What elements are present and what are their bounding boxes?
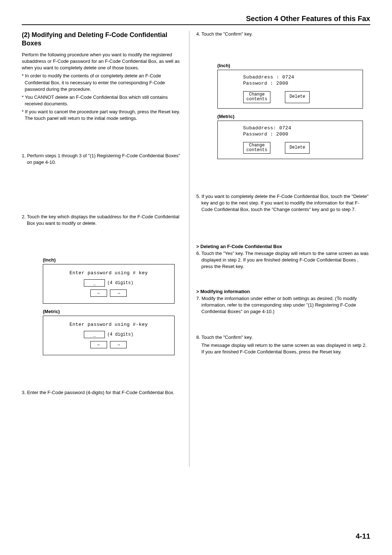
arrow-right-icon: →: [117, 342, 120, 348]
step-4: 4. Touch the "Confirm" key.: [196, 31, 370, 37]
step-6: 6. Touch the "Yes" key. The message disp…: [196, 250, 370, 270]
password-input[interactable]: _: [84, 279, 105, 287]
deleting-subhead: > Deleting an F-Code Confidential Box: [196, 244, 370, 249]
left-column: (2) Modifying and Deleting F-Code Confid…: [22, 31, 189, 398]
metric-label-right: (Metric): [196, 114, 370, 119]
inch-label-right: (Inch): [196, 63, 370, 68]
step-8: 8. Touch the "Confirm" key.: [196, 334, 370, 341]
arrow-right-icon: →: [117, 291, 120, 296]
arrow-right-button[interactable]: →: [110, 289, 127, 297]
step-7: 7. Modify the imformation under either o…: [196, 295, 370, 315]
digits-hint: (4 digits): [107, 332, 133, 337]
step-5: 5. If you want to completely delete the …: [196, 193, 370, 213]
arrow-button-row: ← →: [50, 341, 167, 348]
arrow-button-row: ← →: [50, 289, 167, 297]
inch-label: (Inch): [22, 257, 182, 263]
delete-button[interactable]: Delete: [285, 91, 310, 103]
step-3: 3. Enter the F-Code password (4-digits) …: [22, 389, 182, 396]
action-button-row: Changecontents Delete: [243, 91, 355, 103]
step-1: 1. Perform steps 1 through 3 of "(1) Reg…: [22, 153, 182, 166]
note-1: * In order to modify the contents of or …: [22, 73, 182, 93]
digit-input-row: _ (4 digits): [50, 331, 167, 338]
change-contents-button[interactable]: Changecontents: [243, 142, 271, 154]
column-divider: [189, 31, 189, 467]
arrow-left-icon: ←: [97, 291, 100, 296]
metric-screen-password: Enter password using #-key _ (4 digits) …: [43, 316, 175, 355]
change-contents-button[interactable]: Changecontents: [243, 91, 271, 103]
subaddress-line: Subaddress: 0724: [243, 125, 355, 131]
action-button-row: Changecontents Delete: [243, 142, 355, 154]
metric-prompt: Enter password using #-key: [50, 322, 167, 327]
note-2: * You CANNOT delete an F-Code Confidenti…: [22, 94, 182, 107]
digit-input-row: _ (4 digits): [50, 279, 167, 287]
header-title: Section 4 Other Features of this Fax: [22, 15, 370, 23]
inch-screen-password: Enter password using # key _ (4 digits) …: [43, 264, 175, 304]
modifying-subhead: > Modifying information: [196, 289, 370, 294]
subaddress-line: Subaddress : 0724: [243, 74, 355, 80]
right-column: 4. Touch the "Confirm" key. (Inch) Subad…: [189, 31, 370, 398]
page-number: 4-11: [356, 532, 370, 540]
delete-button[interactable]: Delete: [285, 142, 310, 154]
inch-prompt: Enter password using # key: [50, 270, 167, 276]
arrow-left-button[interactable]: ←: [90, 289, 107, 297]
intro-text: Perform the following procedure when you…: [22, 52, 182, 72]
password-input[interactable]: _: [84, 331, 105, 338]
note-3: * If you want to cancel the procedure pa…: [22, 109, 182, 122]
page-header: Section 4 Other Features of this Fax: [22, 15, 370, 25]
arrow-left-button[interactable]: ←: [90, 341, 107, 348]
password-line: Password : 2000: [243, 81, 355, 86]
step-2: 2. Touch the key which displays the suba…: [22, 214, 182, 227]
metric-label: (Metric): [22, 309, 182, 314]
arrow-right-button[interactable]: →: [110, 341, 127, 348]
metric-screen-box: Subaddress: 0724 Password : 2000 Changec…: [217, 121, 363, 159]
password-line: Password : 2000: [243, 131, 355, 137]
two-column-layout: (2) Modifying and Deleting F-Code Confid…: [22, 31, 370, 398]
digits-hint: (4 digits): [107, 280, 133, 285]
section-title: (2) Modifying and Deleting F-Code Confid…: [22, 31, 182, 48]
inch-screen-box: Subaddress : 0724 Password : 2000 Change…: [217, 70, 363, 108]
arrow-left-icon: ←: [97, 342, 100, 348]
step-8-continued: The message display will return to the s…: [196, 342, 370, 355]
